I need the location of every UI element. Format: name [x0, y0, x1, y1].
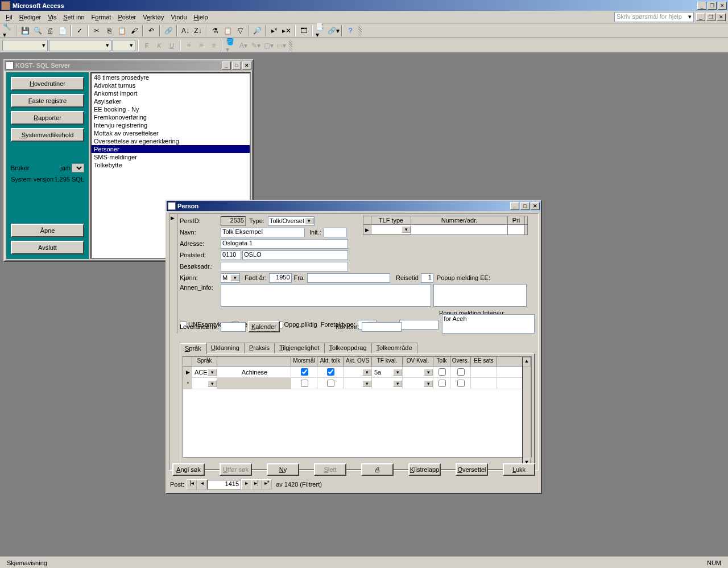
mdi-close-button[interactable]: ✕ [717, 13, 726, 21]
sort-asc-icon[interactable]: A↓ [180, 25, 191, 36]
border-icon[interactable]: ▢▾ [263, 40, 274, 51]
lukk-button[interactable]: Lukk [503, 463, 535, 476]
popup-intervju-field[interactable]: for Aceh [442, 314, 535, 334]
search-file-icon[interactable]: 🔍 [32, 25, 43, 36]
tab-tolkeområde[interactable]: Tolkeområde [371, 343, 417, 353]
eesats-field[interactable] [471, 367, 497, 377]
akttolk-check[interactable] [317, 367, 344, 377]
db-window-icon[interactable]: 🗔 [298, 25, 309, 36]
kost-list-item[interactable]: Ankomst import [92, 89, 250, 97]
menu-hjelp[interactable]: Hjelp [191, 13, 212, 22]
tab-utdanning[interactable]: Utdanning [206, 343, 245, 353]
popup-ee-field[interactable] [433, 284, 527, 307]
oversettel-button[interactable]: Oversettel [456, 463, 488, 476]
sort-desc-icon[interactable]: Z↓ [192, 25, 204, 36]
recnav-last-button[interactable]: ▸| [251, 479, 262, 489]
type-combo[interactable]: Tolk/Overset [268, 216, 315, 226]
sprak-code-combo[interactable]: ACE [192, 367, 217, 377]
new-record-icon[interactable]: ▸* [268, 25, 280, 36]
menu-fil[interactable]: Fil [2, 13, 16, 22]
help-icon[interactable]: ? [345, 25, 356, 36]
utfor-sok-button[interactable]: Utfør søk [220, 463, 252, 476]
recnav-current[interactable]: 1415 [207, 480, 241, 489]
find-icon[interactable]: 🔎 [251, 25, 263, 36]
kjonn-combo[interactable]: M [221, 273, 240, 283]
align-center-icon[interactable]: ≡ [196, 40, 207, 51]
office-links-icon[interactable]: 🔗▾ [328, 25, 339, 36]
besoksadr-field[interactable] [221, 262, 348, 271]
minimize-button[interactable]: _ [697, 2, 706, 10]
menu-vis[interactable]: Vis [44, 13, 60, 22]
align-left-icon[interactable]: ≡ [183, 40, 195, 51]
anneninfo-field[interactable] [221, 284, 431, 307]
akttolk-check[interactable] [317, 378, 344, 389]
fill-color-icon[interactable]: 🪣▾ [225, 40, 237, 51]
systemvedlikehold-button[interactable]: Systemvedlikehold [11, 128, 84, 142]
tab-tolkeoppdrag[interactable]: Tolkeoppdrag [324, 343, 372, 353]
rapporter-button[interactable]: Rapporter [11, 111, 84, 125]
kost-list-item[interactable]: Asylsøker [92, 97, 250, 105]
menu-verktoy[interactable]: Verktøy [139, 13, 167, 22]
morsmal-check[interactable] [291, 378, 317, 389]
kost-maximize-button[interactable]: □ [232, 61, 241, 69]
menu-format[interactable]: Format [88, 13, 115, 22]
line-color-icon[interactable]: ✎▾ [250, 40, 262, 51]
filter-apply-icon[interactable]: ▽ [234, 25, 246, 36]
underline-icon[interactable]: U [166, 40, 177, 51]
kost-list-item[interactable]: Oversettelse av egenerklæring [92, 137, 250, 145]
align-right-icon[interactable]: ≡ [208, 40, 220, 51]
aktovs-combo[interactable] [344, 367, 372, 377]
save-icon[interactable]: 💾 [19, 25, 31, 36]
menu-rediger[interactable]: Rediger [16, 13, 45, 22]
kost-list-item[interactable]: SMS-meldinger [92, 153, 250, 161]
kontonr-field[interactable] [362, 322, 402, 332]
overs-check[interactable] [450, 367, 471, 377]
help-search-box[interactable]: Skriv spørsmål for hjelp [614, 12, 694, 22]
faste-registre-button[interactable]: Faste registre [11, 94, 84, 108]
sprak-name-field[interactable]: Achinese [217, 367, 291, 377]
tfkval-combo[interactable] [372, 378, 403, 389]
slett-button[interactable]: Slett [314, 463, 346, 476]
fra-field[interactable] [307, 273, 390, 283]
tlftype-combo[interactable] [371, 225, 411, 234]
new-object-icon[interactable]: 📑▾ [315, 25, 326, 36]
filter-selection-icon[interactable]: ⚗ [209, 25, 221, 36]
klistrelapp-button[interactable]: Klistrelapp [408, 463, 441, 476]
morsmal-check[interactable] [291, 367, 317, 377]
bruker-combo[interactable] [72, 163, 84, 172]
kost-list-item[interactable]: Tolkebytte [92, 161, 250, 169]
ny-button[interactable]: Ny [267, 463, 299, 476]
person-close-button[interactable]: ✕ [531, 202, 540, 210]
scroll-up-icon[interactable]: ▲ [523, 357, 531, 367]
copy-icon[interactable]: ⎘ [104, 25, 115, 36]
ovkval-combo[interactable] [403, 378, 433, 389]
cut-icon[interactable]: ✂ [91, 25, 102, 36]
kost-list-item[interactable]: EE booking - Ny [92, 105, 250, 113]
close-button[interactable]: ✕ [718, 2, 727, 10]
menu-poster[interactable]: Poster [114, 13, 139, 22]
kost-close-button[interactable]: ✕ [242, 61, 251, 69]
menu-vindu[interactable]: Vindu [168, 13, 191, 22]
poststed-field[interactable]: OSLO [242, 250, 348, 260]
tlf-nummer-field[interactable] [411, 225, 508, 234]
person-minimize-button[interactable]: _ [510, 202, 519, 210]
apne-button[interactable]: Åpne [11, 224, 84, 237]
overs-check[interactable] [450, 378, 471, 389]
angi-sok-button[interactable]: Angi søk [172, 463, 205, 476]
sprak-name-field[interactable] [217, 378, 291, 389]
italic-icon[interactable]: K [154, 40, 165, 51]
kost-minimize-button[interactable]: _ [222, 61, 231, 69]
print-button[interactable]: 🖨 [361, 463, 394, 476]
tab-praksis[interactable]: Praksis [244, 343, 275, 353]
undo-icon[interactable]: ↶ [146, 25, 157, 36]
grid-scrollbar[interactable]: ▲ ▼ [522, 357, 531, 468]
recnav-prev-button[interactable]: ◂ [197, 479, 207, 489]
paste-icon[interactable]: 📋 [116, 25, 127, 36]
mdi-restore-button[interactable]: ❐ [706, 13, 715, 21]
mdi-minimize-button[interactable]: _ [696, 13, 705, 21]
postnr-field[interactable]: 0110 [221, 250, 241, 260]
object-combo[interactable] [2, 40, 48, 51]
font-combo[interactable] [49, 40, 111, 51]
delete-record-icon[interactable]: ▸✕ [281, 25, 292, 36]
hovedrutiner-button[interactable]: Hovedrutiner [11, 77, 84, 90]
